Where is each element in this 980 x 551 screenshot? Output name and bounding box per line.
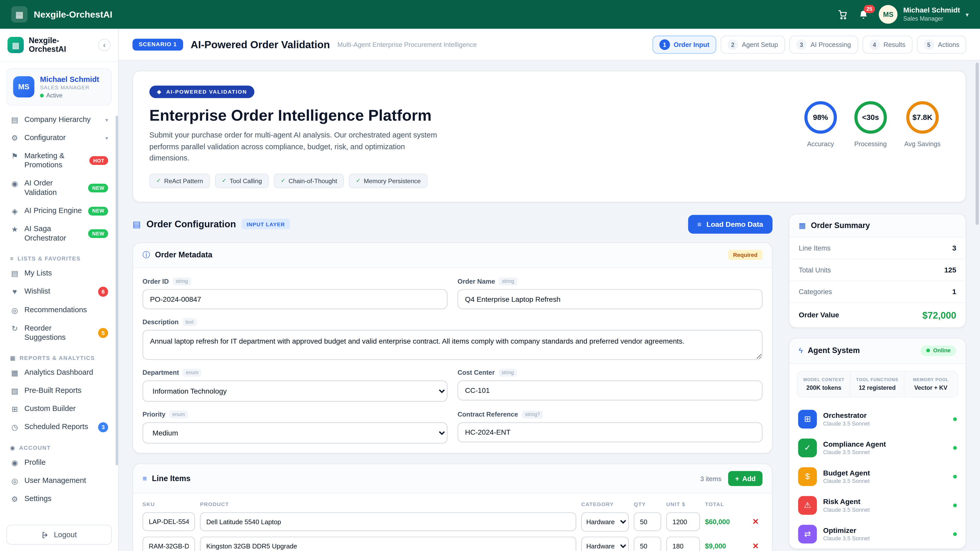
order-value-amount: $72,000 [922,310,956,321]
status-dot [926,349,930,353]
star-icon: ★ [10,225,19,233]
new-badge: NEW [88,229,108,238]
cart-button[interactable] [838,9,848,20]
list-icon: ≡ [697,221,701,228]
qty-input[interactable] [634,513,661,531]
hero-text: ◆ AI-POWERED VALIDATION Enterprise Order… [149,85,789,188]
list-icon: ≡ [10,256,14,262]
sidebar-item-ai-saga-orchestrator[interactable]: ★ AI Saga Orchestrator NEW [5,220,113,248]
pulse-icon: ϟ [799,346,803,355]
sidebar-item-reorder-suggestions[interactable]: ↻ Reorder Suggestions 5 [5,319,113,347]
qty-input[interactable] [634,537,661,551]
sidebar-avatar: MS [13,76,34,97]
step-agent-setup[interactable]: 2 Agent Setup [721,35,785,53]
order-name-input[interactable] [458,289,762,309]
new-badge: NEW [88,206,108,215]
notifications-button[interactable]: 25 [858,9,869,20]
list-icon: ▤ [10,269,19,278]
app-root: ▦ Nexgile-OrchestAI 25 MS Michael Schmid… [0,0,980,551]
wishlist-count-badge: 6 [98,287,108,297]
sidebar-item-marketing-promotions[interactable]: ⚑ Marketing & Promotions HOT [5,147,113,175]
summary-line-items: Line Items 3 [789,237,966,259]
contract-reference-input[interactable] [458,422,762,442]
sidebar-item-my-lists[interactable]: ▤ My Lists [5,264,113,283]
status-dot [953,446,957,450]
logout-button[interactable]: Logout [6,525,112,545]
step-actions[interactable]: 5 Actions [917,35,966,53]
user-name: Michael Schmidt [903,6,960,15]
check-icon: ✓ [156,178,161,184]
unit-price-input[interactable] [667,537,700,551]
stat-accuracy: 98% Accuracy [804,101,837,148]
sidebar-scrollbar[interactable] [116,116,118,465]
product-input[interactable] [200,513,576,531]
sidebar-item-configurator[interactable]: ⚙ Configurator ▾ [5,129,113,147]
sidebar-item-custom-builder[interactable]: ⊞ Custom Builder [5,400,113,418]
refresh-icon: ↻ [10,324,19,333]
contract-reference-field: Contract Referencestring? [458,410,762,443]
sidebar-item-ai-order-validation[interactable]: ◉ AI Order Validation NEW [5,174,113,202]
report-icon: ▧ [10,387,19,395]
sidebar-item-wishlist[interactable]: ♥ Wishlist 6 [5,283,113,301]
sidebar-item-user-management[interactable]: ◎ User Management [5,472,113,490]
add-line-item-button[interactable]: + Add [728,471,762,486]
page-header: SCENARIO 1 AI-Powered Order Validation M… [119,29,980,61]
row-total: $60,000 [705,518,744,526]
status-dot [953,503,957,507]
hero-tags: ✓ ReAct Pattern ✓ Tool Calling ✓ Chain-o… [149,173,789,188]
new-badge: NEW [88,184,108,192]
user-menu[interactable]: MS Michael Schmidt Sales Manager ▾ [879,5,969,24]
category-select[interactable]: Hardware [581,537,629,551]
step-order-input[interactable]: 1 Order Input [652,35,716,53]
status-dot [953,532,957,536]
load-demo-data-button[interactable]: ≡ Load Demo Data [688,215,773,233]
sidebar-item-pre-built-reports[interactable]: ▧ Pre-Built Reports [5,382,113,400]
sidebar-item-scheduled-reports[interactable]: ◷ Scheduled Reports 3 [5,418,113,437]
type-chip: string [498,368,517,376]
description-field: Descriptiontext [142,318,762,360]
document-icon: ▤ [132,219,141,229]
unit-price-input[interactable] [667,513,700,531]
list-icon: ≡ [142,474,147,483]
sidebar-item-profile[interactable]: ◉ Profile [5,454,113,472]
globe-icon: ◉ [10,179,19,188]
category-select[interactable]: Hardware [581,512,629,532]
sidebar-item-company-hierarchy[interactable]: ▤ Company Hierarchy ▾ [5,110,113,129]
sidebar-item-settings[interactable]: ⚙ Settings [5,490,113,508]
hero-title: Enterprise Order Intelligence Platform [149,106,789,124]
priority-select[interactable]: Medium [142,422,447,443]
sidebar-item-ai-pricing-engine[interactable]: ◈ AI Pricing Engine NEW [5,202,113,220]
delete-row-button[interactable]: × [749,541,762,551]
delete-row-button[interactable]: × [749,517,762,527]
page-scrollbar[interactable] [976,62,979,225]
sidebar-collapse-button[interactable]: ‹ [98,39,110,51]
chevron-down-icon: ▾ [966,11,969,18]
sku-input[interactable] [142,513,195,531]
heart-icon: ♥ [10,287,19,296]
step-ai-processing[interactable]: 3 AI Processing [789,35,858,53]
summary-total-units: Total Units 125 [789,259,966,281]
sidebar-item-analytics-dashboard[interactable]: ▦ Analytics Dashboard [5,364,113,382]
online-status-badge: Online [921,345,956,356]
chevron-down-icon: ▾ [105,135,108,141]
sidebar-item-recommendations[interactable]: ◎ Recommendations [5,301,113,319]
department-select[interactable]: Information Technology [142,380,447,402]
chart-icon: ▦ [10,355,16,361]
line-items-table: SKU PRODUCT CATEGORY QTY UNIT $ TOTAL Ha… [133,493,772,551]
cost-center-input[interactable] [458,380,762,400]
order-metadata-header: ⓘ Order Metadata Required [133,243,772,268]
agent-row-budget: $ Budget Agent Claude 3.5 Sonnet [789,462,966,491]
topbar-brand: ▦ Nexgile-OrchestAI [11,6,112,22]
description-textarea[interactable] [142,330,762,360]
sku-input[interactable] [142,537,195,551]
dollar-icon: $ [798,467,817,486]
type-chip: string [499,277,517,286]
order-id-input[interactable] [142,289,447,309]
product-input[interactable] [200,537,576,551]
page-subtitle: Multi-Agent Enterprise Procurement Intel… [337,41,477,48]
step-results[interactable]: 4 Results [862,35,912,53]
shuffle-icon: ⇄ [798,525,817,543]
table-header-row: SKU PRODUCT CATEGORY QTY UNIT $ TOTAL [142,500,762,512]
hierarchy-icon: ▤ [10,116,19,124]
sidebar-user-card[interactable]: MS Michael Schmidt SALES MANAGER Active [6,68,112,106]
